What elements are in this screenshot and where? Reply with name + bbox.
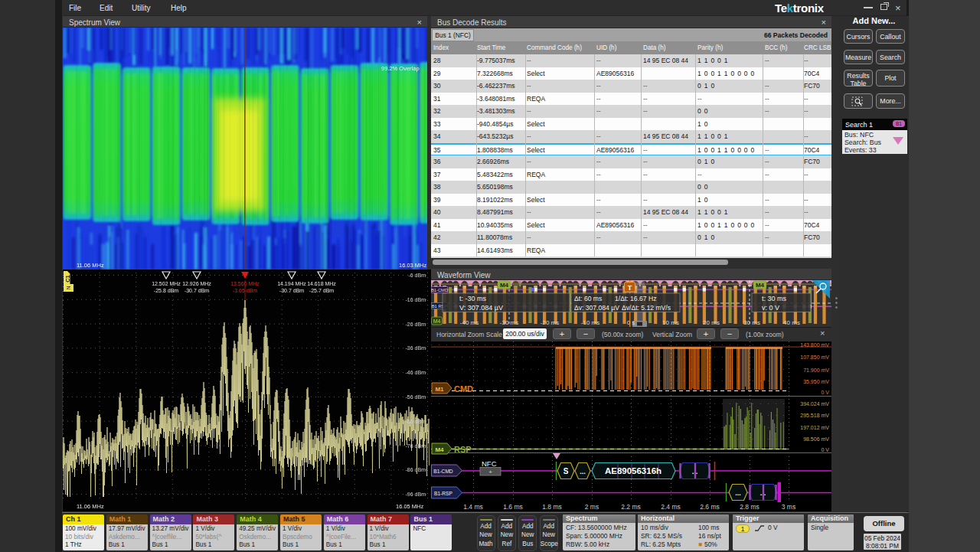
- svg-text:C1: C1: [64, 275, 71, 283]
- svg-text:+: +: [488, 469, 492, 475]
- svg-text:CMD: CMD: [454, 384, 473, 394]
- svg-text:v: 0 V: v: 0 V: [762, 304, 779, 312]
- svg-text:B1-CMD: B1-CMD: [431, 288, 448, 292]
- svg-text:Δt: 60 ms: Δt: 60 ms: [574, 295, 602, 302]
- svg-text:M1: M1: [435, 386, 444, 393]
- svg-text:S: S: [564, 467, 569, 475]
- svg-text:-26 dBm: -26 dBm: [406, 322, 426, 327]
- svg-text:99.2% Overlap: 99.2% Overlap: [381, 65, 420, 72]
- svg-text:35.950 mV: 35.950 mV: [803, 379, 829, 384]
- svg-text:295.518 mV: 295.518 mV: [800, 413, 829, 418]
- svg-text:-56 dBm: -56 dBm: [406, 394, 426, 400]
- svg-text:1/Δt: 16.67 Hz: 1/Δt: 16.67 Hz: [615, 295, 656, 302]
- svg-text:1.6 ms: 1.6 ms: [503, 503, 523, 511]
- svg-text:98.506 mV: 98.506 mV: [803, 436, 829, 442]
- svg-text:13.560 MHz: 13.560 MHz: [230, 281, 260, 286]
- svg-text:...: ...: [580, 468, 586, 475]
- svg-text:30 ms: 30 ms: [743, 319, 760, 326]
- svg-text:197.012 mV: 197.012 mV: [800, 425, 829, 430]
- svg-text:2.8 ms: 2.8 ms: [740, 503, 760, 511]
- svg-text:-30.7 dBm: -30.7 dBm: [185, 288, 209, 293]
- svg-text:143.800 mV: 143.800 mV: [800, 342, 829, 348]
- svg-text:-76 dBm: -76 dBm: [406, 443, 426, 449]
- svg-text:14.194 MHz: 14.194 MHz: [277, 281, 306, 286]
- svg-text:N: N: [66, 286, 71, 289]
- svg-text:2.6 ms: 2.6 ms: [700, 503, 720, 511]
- svg-text:3 ms: 3 ms: [782, 503, 795, 511]
- svg-text:-66 dBm: -66 dBm: [406, 419, 426, 424]
- svg-text:12.502 MHz: 12.502 MHz: [152, 281, 181, 286]
- svg-text:t: 30 ms: t: 30 ms: [762, 295, 787, 302]
- svg-text:14.618 MHz: 14.618 MHz: [307, 281, 336, 286]
- svg-text:V: 307.084 µV: V: 307.084 µV: [459, 304, 503, 312]
- svg-text:20 ms: 20 ms: [703, 319, 720, 326]
- svg-text:-46 dBm: -46 dBm: [406, 370, 426, 375]
- svg-text:M4: M4: [435, 446, 444, 453]
- svg-text:AE89056316h: AE89056316h: [605, 466, 662, 475]
- svg-text:11.06 MHz: 11.06 MHz: [77, 503, 104, 510]
- svg-text:M4: M4: [756, 282, 765, 289]
- svg-text:-30 ms: -30 ms: [500, 319, 518, 326]
- svg-text:2 ms: 2 ms: [585, 503, 599, 511]
- svg-text:11.06 MHz: 11.06 MHz: [77, 262, 104, 269]
- svg-text:t: -30 ms: t: -30 ms: [459, 295, 487, 302]
- svg-text:107.850 mV: 107.850 mV: [800, 354, 829, 360]
- svg-text:NFC: NFC: [482, 459, 497, 468]
- svg-text:B1-CMD: B1-CMD: [433, 469, 453, 474]
- svg-text:-36 dBm: -36 dBm: [406, 345, 426, 351]
- svg-text:1.4 ms: 1.4 ms: [463, 503, 483, 511]
- svg-text:16.03 MHz: 16.03 MHz: [399, 262, 427, 269]
- svg-text:Δv: 307.084 µV: Δv: 307.084 µV: [574, 304, 619, 312]
- svg-text:-96 dBm: -96 dBm: [406, 492, 426, 497]
- svg-text:M4: M4: [500, 282, 509, 289]
- svg-text:0 s: 0 s: [627, 319, 635, 326]
- svg-text:2.4 ms: 2.4 ms: [661, 503, 681, 511]
- svg-text:-30.7 dBm: -30.7 dBm: [279, 288, 304, 293]
- svg-text:-86 dBm: -86 dBm: [406, 467, 426, 472]
- svg-text:-25.7 dBm: -25.7 dBm: [309, 288, 334, 293]
- svg-text:Δv/Δt: 5.12 mV/s: Δv/Δt: 5.12 mV/s: [622, 304, 671, 312]
- svg-text:...: ...: [735, 489, 741, 497]
- svg-text:2.2 ms: 2.2 ms: [621, 503, 641, 511]
- svg-text:-16 dBm: -16 dBm: [406, 297, 426, 302]
- svg-text:-25.8 dBm: -25.8 dBm: [154, 288, 178, 293]
- svg-text:10 ms: 10 ms: [662, 319, 679, 326]
- svg-text:-20 ms: -20 ms: [541, 319, 559, 326]
- svg-text:0 V: 0 V: [821, 390, 829, 395]
- svg-text:16.05 MHz: 16.05 MHz: [396, 503, 424, 510]
- svg-text:40 ms: 40 ms: [783, 319, 800, 326]
- svg-text:M4: M4: [433, 318, 441, 324]
- svg-text:0 V: 0 V: [821, 447, 829, 452]
- svg-text:71.900 mV: 71.900 mV: [803, 367, 829, 373]
- svg-text:12.926 MHz: 12.926 MHz: [182, 281, 211, 286]
- svg-text:-40 ms: -40 ms: [460, 319, 479, 326]
- svg-text:394.024 mV: 394.024 mV: [800, 401, 829, 407]
- svg-text:T: T: [628, 284, 632, 292]
- svg-text:1.8 ms: 1.8 ms: [542, 503, 562, 511]
- svg-text:-10 ms: -10 ms: [581, 319, 599, 326]
- svg-text:-6 dBm: -6 dBm: [408, 273, 426, 278]
- svg-text:-3.65 dBm: -3.65 dBm: [233, 288, 257, 293]
- svg-text:B1-RSP: B1-RSP: [434, 491, 452, 496]
- svg-text:RSP: RSP: [454, 445, 472, 454]
